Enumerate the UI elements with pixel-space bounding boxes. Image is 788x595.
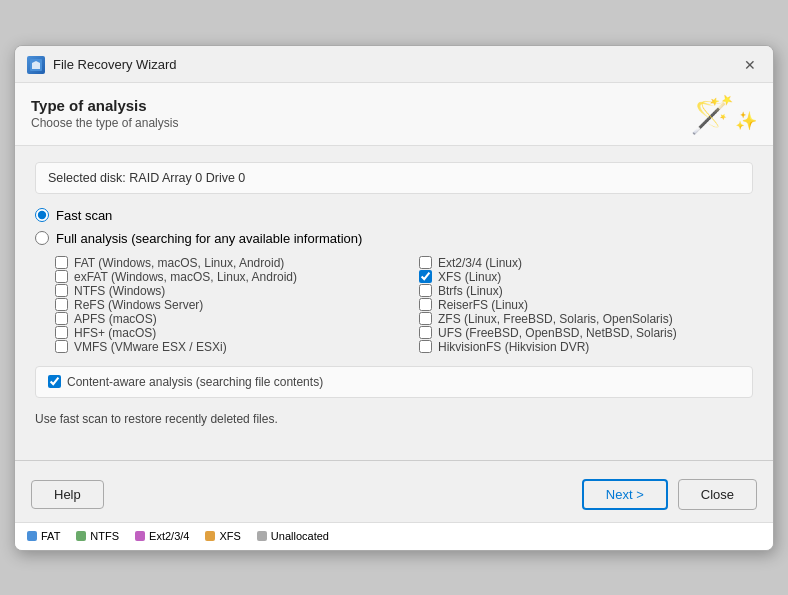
fs-btrfs[interactable]: Btrfs (Linux): [419, 284, 753, 298]
next-button[interactable]: Next >: [582, 479, 668, 510]
fs-ntfs[interactable]: NTFS (Windows): [55, 284, 389, 298]
header-title: Type of analysis: [31, 97, 178, 114]
tag-ntfs: NTFS: [76, 530, 119, 542]
footer: Help Next > Close: [15, 471, 773, 522]
tag-ext-dot: [135, 531, 145, 541]
tag-xfs-label: XFS: [219, 530, 240, 542]
bottom-bar: FAT NTFS Ext2/3/4 XFS Unallocated: [15, 522, 773, 550]
hint-text: Use fast scan to restore recently delete…: [35, 412, 753, 426]
selected-disk-info: Selected disk: RAID Array 0 Drive 0: [35, 162, 753, 194]
fs-btrfs-checkbox[interactable]: [419, 284, 432, 297]
fs-apfs-label: APFS (macOS): [74, 312, 157, 326]
fs-apfs-checkbox[interactable]: [55, 312, 68, 325]
content-aware-label: Content-aware analysis (searching file c…: [67, 375, 323, 389]
fs-refs[interactable]: ReFS (Windows Server): [55, 298, 389, 312]
help-button[interactable]: Help: [31, 480, 104, 509]
fs-apfs[interactable]: APFS (macOS): [55, 312, 389, 326]
tag-fat-label: FAT: [41, 530, 60, 542]
tag-unallocated: Unallocated: [257, 530, 329, 542]
fs-ufs-checkbox[interactable]: [419, 326, 432, 339]
footer-right-buttons: Next > Close: [582, 479, 757, 510]
fs-zfs[interactable]: ZFS (Linux, FreeBSD, Solaris, OpenSolari…: [419, 312, 753, 326]
footer-divider: [15, 460, 773, 461]
fs-reiserfs-label: ReiserFS (Linux): [438, 298, 528, 312]
fs-hfsplus-label: HFS+ (macOS): [74, 326, 156, 340]
tag-fat-dot: [27, 531, 37, 541]
fs-xfs[interactable]: XFS (Linux): [419, 270, 753, 284]
fs-ext234[interactable]: Ext2/3/4 (Linux): [419, 256, 753, 270]
title-bar: File Recovery Wizard ✕: [15, 46, 773, 83]
fs-zfs-checkbox[interactable]: [419, 312, 432, 325]
tag-unallocated-dot: [257, 531, 267, 541]
scan-options: Fast scan Full analysis (searching for a…: [35, 208, 753, 246]
fs-xfs-label: XFS (Linux): [438, 270, 501, 284]
content-aware-checkbox[interactable]: [48, 375, 61, 388]
header-text: Type of analysis Choose the type of anal…: [31, 97, 178, 130]
fs-ufs-label: UFS (FreeBSD, OpenBSD, NetBSD, Solaris): [438, 326, 677, 340]
content-area: Selected disk: RAID Array 0 Drive 0 Fast…: [15, 146, 773, 448]
tag-xfs: XFS: [205, 530, 240, 542]
fs-zfs-label: ZFS (Linux, FreeBSD, Solaris, OpenSolari…: [438, 312, 673, 326]
fs-vmfs-checkbox[interactable]: [55, 340, 68, 353]
full-analysis-option[interactable]: Full analysis (searching for any availab…: [35, 231, 753, 246]
fs-hikvision-checkbox[interactable]: [419, 340, 432, 353]
fs-refs-checkbox[interactable]: [55, 298, 68, 311]
full-analysis-radio[interactable]: [35, 231, 49, 245]
tag-ntfs-dot: [76, 531, 86, 541]
tag-unallocated-label: Unallocated: [271, 530, 329, 542]
tag-fat: FAT: [27, 530, 60, 542]
filesystem-options: FAT (Windows, macOS, Linux, Android) exF…: [55, 256, 753, 354]
fs-exfat-checkbox[interactable]: [55, 270, 68, 283]
fs-fat[interactable]: FAT (Windows, macOS, Linux, Android): [55, 256, 389, 270]
fs-xfs-checkbox[interactable]: [419, 270, 432, 283]
fs-vmfs[interactable]: VMFS (VMware ESX / ESXi): [55, 340, 389, 354]
fs-btrfs-label: Btrfs (Linux): [438, 284, 503, 298]
app-icon: [27, 56, 45, 74]
tag-ext: Ext2/3/4: [135, 530, 189, 542]
fast-scan-radio[interactable]: [35, 208, 49, 222]
file-recovery-dialog: File Recovery Wizard ✕ Type of analysis …: [14, 45, 774, 551]
fs-reiserfs-checkbox[interactable]: [419, 298, 432, 311]
tag-ext-label: Ext2/3/4: [149, 530, 189, 542]
fast-scan-label: Fast scan: [56, 208, 112, 223]
fs-fat-checkbox[interactable]: [55, 256, 68, 269]
fs-hfsplus-checkbox[interactable]: [55, 326, 68, 339]
fs-right-column: Ext2/3/4 (Linux) XFS (Linux) Btrfs (Linu…: [419, 256, 753, 354]
header-subtitle: Choose the type of analysis: [31, 116, 178, 130]
fs-ext234-label: Ext2/3/4 (Linux): [438, 256, 522, 270]
tag-ntfs-label: NTFS: [90, 530, 119, 542]
fs-vmfs-label: VMFS (VMware ESX / ESXi): [74, 340, 227, 354]
title-bar-text: File Recovery Wizard: [53, 57, 177, 72]
fs-left-column: FAT (Windows, macOS, Linux, Android) exF…: [55, 256, 389, 354]
content-aware-option[interactable]: Content-aware analysis (searching file c…: [35, 366, 753, 398]
wizard-icon: 🪄✨: [690, 97, 757, 133]
fast-scan-option[interactable]: Fast scan: [35, 208, 753, 223]
fs-hfsplus[interactable]: HFS+ (macOS): [55, 326, 389, 340]
window-close-button[interactable]: ✕: [739, 54, 761, 76]
fs-refs-label: ReFS (Windows Server): [74, 298, 203, 312]
title-bar-left: File Recovery Wizard: [27, 56, 177, 74]
fs-ntfs-label: NTFS (Windows): [74, 284, 165, 298]
fs-fat-label: FAT (Windows, macOS, Linux, Android): [74, 256, 284, 270]
fs-ext234-checkbox[interactable]: [419, 256, 432, 269]
close-button[interactable]: Close: [678, 479, 757, 510]
fs-ufs[interactable]: UFS (FreeBSD, OpenBSD, NetBSD, Solaris): [419, 326, 753, 340]
fs-exfat[interactable]: exFAT (Windows, macOS, Linux, Android): [55, 270, 389, 284]
full-analysis-label: Full analysis (searching for any availab…: [56, 231, 362, 246]
tag-xfs-dot: [205, 531, 215, 541]
fs-hikvision-label: HikvisionFS (Hikvision DVR): [438, 340, 589, 354]
fs-ntfs-checkbox[interactable]: [55, 284, 68, 297]
fs-hikvision[interactable]: HikvisionFS (Hikvision DVR): [419, 340, 753, 354]
fs-reiserfs[interactable]: ReiserFS (Linux): [419, 298, 753, 312]
header-section: Type of analysis Choose the type of anal…: [15, 83, 773, 146]
fs-exfat-label: exFAT (Windows, macOS, Linux, Android): [74, 270, 297, 284]
